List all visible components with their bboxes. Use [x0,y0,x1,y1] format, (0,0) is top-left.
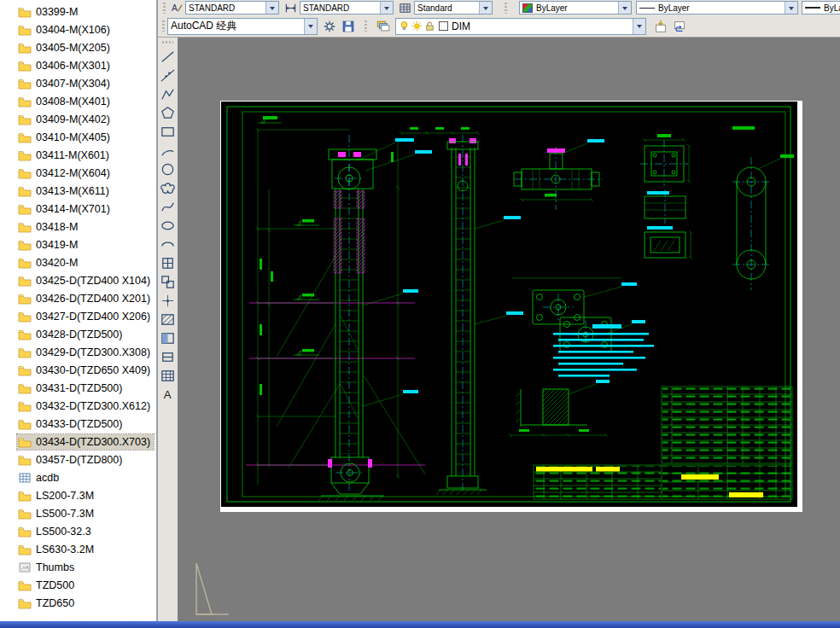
file-list-item[interactable]: 03410-M(X405) [0,128,156,146]
file-list-item[interactable]: TZD500 [0,576,156,594]
file-list-item[interactable]: 03428-D(TZD500) [0,325,156,343]
lineweight-control-combo[interactable]: ByLayer [802,1,840,15]
folder-icon [18,149,32,161]
layer-previous-button[interactable] [670,17,689,35]
file-list-item[interactable]: 03399-M [0,3,156,20]
table-style-combo[interactable]: Standard [414,1,493,15]
svg-text:A: A [164,388,172,401]
file-list-item[interactable]: 03429-D(TZD300.X308) [0,343,156,361]
file-list-item[interactable]: 03425-D(TZD400 X104) [0,271,156,289]
folder-icon [18,346,32,358]
file-list-item[interactable]: 03430-D(TZD650 X409) [0,361,156,379]
file-list-item[interactable]: 03407-M(X304) [0,74,156,92]
file-list-item[interactable]: 03414-M(X701) [0,200,156,218]
tool-polygon-button[interactable] [159,104,177,122]
file-item-label: 03420-M [36,257,78,269]
toolbar-grip[interactable] [162,20,165,32]
table-style-button[interactable] [397,1,412,15]
tool-point-button[interactable] [159,292,177,310]
workspace-combo[interactable]: AutoCAD 经典 [167,18,318,35]
tool-revision-cloud-button[interactable] [159,179,177,197]
file-list-item[interactable]: 03411-M(X601) [0,146,156,164]
file-list-item[interactable]: 03427-D(TZD400 X206) [0,307,156,325]
file-item-box: 03420-M [17,255,81,270]
text-style-value: STANDARD [189,3,264,13]
file-list-item[interactable]: 03420-M [0,253,156,271]
file-list-item[interactable]: 03419-M [0,236,156,253]
tool-polyline-button[interactable] [159,85,177,103]
file-item-label: 03407-M(X304) [36,78,110,90]
file-list-item[interactable]: 03408-M(X401) [0,92,156,110]
toolbar-grip[interactable] [163,3,166,14]
tool-hatch-button[interactable] [159,311,177,329]
tool-construction-line-button[interactable] [159,67,177,84]
file-item-box: 03434-D(TZD300.X703) [17,434,154,450]
folder-icon [18,275,32,287]
tool-ellipse-arc-button[interactable] [159,236,177,253]
file-item-box: 03431-D(TZD500) [17,381,125,396]
text-style-button[interactable]: A [168,1,184,15]
file-list-item[interactable]: 03404-M(X106) [0,20,156,38]
file-list-item[interactable]: 03426-D(TZD400 X201) [0,289,156,307]
color-control-combo[interactable]: ByLayer [519,1,632,15]
make-object-layer-current-button[interactable] [651,17,670,35]
layer-control-combo[interactable]: DIM [395,18,646,35]
file-list-item[interactable]: 03405-M(X205) [0,38,156,56]
file-list-item[interactable]: 03432-D(TZD300.X612) [0,397,156,415]
tool-ellipse-button[interactable] [159,217,177,235]
file-item-label: 03399-M [36,6,78,18]
toolbar-grip[interactable] [162,41,173,44]
file-list-item[interactable]: 03431-D(TZD500) [0,379,156,397]
tool-multiline-text-button[interactable]: A [159,386,177,404]
tool-make-block-button[interactable] [159,273,177,291]
save-workspace-button[interactable] [339,17,358,35]
file-list-item[interactable]: LS500-32.3 [0,522,156,540]
tool-rectangle-button[interactable] [159,123,177,141]
file-list-item[interactable]: Thumbs [0,558,156,576]
insert-block-icon [160,255,176,271]
file-item-box: 03414-M(X701) [17,201,114,217]
file-list-item[interactable]: 03413-M(X611) [0,182,156,200]
tool-insert-block-button[interactable] [159,254,177,272]
color-value: ByLayer [536,3,616,13]
drawing-canvas[interactable] [178,38,840,621]
file-item-box: 03419-M [17,237,81,253]
file-item-box: 03399-M [17,4,81,20]
file-item-box: LS200-7.3M [17,488,97,503]
file-list-item[interactable]: 03434-D(TZD300.X703) [0,433,156,451]
file-item-box: 03426-D(TZD400 X201) [17,291,154,306]
tool-gradient-button[interactable] [159,329,177,347]
file-list-item[interactable]: 03412-M(X604) [0,164,156,182]
file-list-item[interactable]: 03409-M(X402) [0,110,156,128]
file-list-item[interactable]: 03457-D(TZD800) [0,451,156,468]
toolbar-grip[interactable] [365,20,367,32]
dim-style-combo[interactable]: STANDARD [300,1,394,15]
file-list-item[interactable]: acdb [0,468,156,486]
file-item-box: 03433-D(TZD500) [17,416,125,432]
toolbar-grip[interactable] [505,3,507,14]
file-list-item[interactable]: 03418-M [0,218,156,236]
file-list-item[interactable]: LS630-3.2M [0,540,156,558]
text-style-combo[interactable]: STANDARD [185,1,279,15]
tool-circle-button[interactable] [159,160,177,178]
tool-line-button[interactable] [159,48,177,66]
file-list-item[interactable]: LS500-7.3M [0,504,156,522]
file-list-item[interactable]: TZD650 [0,594,156,612]
unlock-icon [424,20,435,32]
folder-icon [18,400,32,412]
file-list-item[interactable]: LS200-7.3M [0,486,156,504]
cad-drawing [220,101,802,512]
file-list-item[interactable]: 03433-D(TZD500) [0,415,156,433]
folder-icon [18,508,32,520]
tool-table-button[interactable] [159,367,177,385]
tool-spline-button[interactable] [159,198,177,216]
dim-style-button[interactable] [283,1,298,15]
workspace-settings-button[interactable] [320,17,339,35]
chevron-down-icon [618,2,631,14]
tool-arc-button[interactable] [159,142,177,160]
folder-icon [18,96,32,108]
tool-region-button[interactable] [159,348,177,366]
linetype-control-combo[interactable]: ByLayer [636,1,798,15]
layer-properties-button[interactable] [374,17,393,35]
file-list-item[interactable]: 03406-M(X301) [0,56,156,74]
